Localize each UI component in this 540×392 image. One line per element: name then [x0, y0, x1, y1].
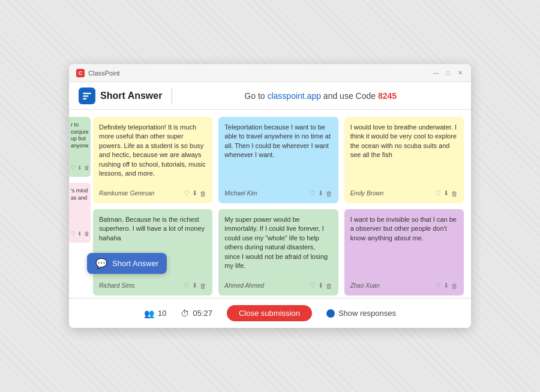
card-3: I would love to breathe underwater. I th… [344, 117, 464, 203]
card-6-download[interactable]: ⬇ [443, 282, 449, 290]
participants-icon: 👥 [144, 309, 154, 318]
header-title-section: Short Answer [79, 88, 172, 104]
participants-count: 10 [158, 309, 166, 318]
card-4-heart[interactable]: ♡ [184, 282, 190, 290]
show-responses-label: Show responses [338, 309, 396, 318]
card-1-text: Definitely teleportation! It is much mor… [99, 123, 206, 185]
card-4-author: Richard Sims [99, 282, 134, 289]
short-answer-icon [79, 88, 95, 104]
card-4-actions: ♡ ⬇ 🗑 [184, 282, 206, 290]
window-controls: — □ ✕ [433, 70, 464, 77]
card-1-download[interactable]: ⬇ [192, 189, 197, 197]
card-2-actions: ♡ ⬇ 🗑 [310, 189, 332, 197]
card-6-delete[interactable]: 🗑 [451, 282, 458, 290]
card-3-text: I would love to breathe underwater. I th… [350, 123, 458, 185]
icon-svg [82, 91, 92, 101]
card-4-delete[interactable]: 🗑 [200, 282, 206, 290]
card-3-actions: ♡ ⬇ 🗑 [435, 189, 458, 197]
card-6-heart[interactable]: ♡ [435, 282, 441, 290]
partial-card-2-download[interactable]: ⬇ [77, 231, 82, 238]
show-responses-toggle[interactable]: Show responses [326, 309, 396, 318]
timer-value: 05:27 [193, 309, 212, 318]
svg-rect-1 [83, 95, 88, 97]
card-6-text: I want to be invisible so that I can be … [350, 215, 458, 277]
title-bar: C ClassPoint — □ ✕ [69, 64, 471, 82]
card-6: I want to be invisible so that I can be … [344, 209, 464, 295]
card-5-heart[interactable]: ♡ [310, 282, 316, 290]
classpoint-link[interactable]: classpoint.app [267, 91, 321, 101]
card-4-download[interactable]: ⬇ [192, 282, 197, 290]
page-title: Short Answer [100, 91, 162, 101]
participants-stat: 👥 10 [144, 309, 166, 318]
card-5-actions: ♡ ⬇ 🗑 [310, 282, 332, 290]
partial-card-2: 's mind as and ♡ ⬇ 🗑 [69, 183, 91, 243]
instruction-mid: and use Code [321, 91, 378, 101]
card-5-author: Ahmed Ahmed [224, 282, 264, 289]
card-2-heart[interactable]: ♡ [310, 189, 316, 197]
timer-icon: ⏱ [181, 309, 189, 318]
card-1-author: Ramkumar Genesan [99, 190, 154, 197]
footer-bar: 👥 10 ⏱ 05:27 Close submission Show respo… [69, 298, 471, 328]
partial-card-1: r to conjure up but anyone ♡ ⬇ 🗑 [69, 117, 91, 177]
floating-short-answer-button[interactable]: 💬 Short Answer [87, 253, 167, 274]
app-window: C ClassPoint — □ ✕ Short Answer Go to cl… [69, 64, 471, 328]
partial-card-2-heart[interactable]: ♡ [71, 231, 76, 238]
svg-rect-2 [83, 98, 86, 99]
close-submission-button[interactable]: Close submission [227, 305, 312, 321]
card-4: Batman. Because he is the richest superh… [93, 209, 212, 295]
partial-card-1-heart[interactable]: ♡ [71, 165, 76, 172]
maximize-button[interactable]: □ [445, 70, 452, 77]
card-3-footer: Emily Brown ♡ ⬇ 🗑 [350, 189, 458, 197]
card-1-heart[interactable]: ♡ [184, 189, 190, 197]
header: Short Answer Go to classpoint.app and us… [69, 82, 471, 110]
card-5-download[interactable]: ⬇ [318, 282, 323, 290]
card-5: My super power would be immortality. If … [218, 209, 338, 295]
access-code: 8245 [378, 91, 397, 101]
close-button[interactable]: ✕ [457, 70, 464, 77]
minimize-button[interactable]: — [433, 70, 440, 77]
title-bar-left: C ClassPoint [76, 69, 120, 77]
card-6-actions: ♡ ⬇ 🗑 [435, 282, 458, 290]
toggle-indicator [326, 309, 335, 318]
partial-card-1-text: r to conjure up but anyone [71, 122, 89, 150]
card-1-footer: Ramkumar Genesan ♡ ⬇ 🗑 [99, 189, 206, 197]
floating-button-icon: 💬 [95, 258, 107, 269]
timer-stat: ⏱ 05:27 [181, 309, 212, 318]
card-5-text: My super power would be immortality. If … [224, 215, 332, 277]
card-5-delete[interactable]: 🗑 [326, 282, 332, 290]
card-2-text: Teleportation because I want to be able … [224, 123, 332, 185]
card-4-footer: Richard Sims ♡ ⬇ 🗑 [99, 282, 206, 290]
floating-button-label: Short Answer [112, 259, 158, 268]
card-2: Teleportation because I want to be able … [218, 117, 338, 203]
card-2-delete[interactable]: 🗑 [326, 190, 332, 197]
card-2-download[interactable]: ⬇ [318, 189, 323, 197]
partial-card-1-delete[interactable]: 🗑 [84, 165, 89, 172]
card-1-delete[interactable]: 🗑 [200, 190, 206, 197]
card-3-download[interactable]: ⬇ [443, 189, 449, 197]
app-name-label: ClassPoint [88, 70, 120, 77]
partial-card-2-delete[interactable]: 🗑 [84, 231, 89, 238]
partial-card-2-text: 's mind as and [71, 188, 89, 201]
app-logo: C [76, 69, 85, 77]
card-3-delete[interactable]: 🗑 [451, 190, 458, 197]
card-3-author: Emily Brown [350, 190, 384, 197]
svg-rect-0 [83, 92, 91, 94]
card-3-heart[interactable]: ♡ [435, 189, 441, 197]
partial-cards-overlay: r to conjure up but anyone ♡ ⬇ 🗑 's mind… [69, 117, 91, 243]
card-6-footer: Zhao Xuan ♡ ⬇ 🗑 [350, 282, 458, 290]
card-5-footer: Ahmed Ahmed ♡ ⬇ 🗑 [224, 282, 332, 290]
card-1: Definitely teleportation! It is much mor… [93, 117, 212, 203]
partial-card-1-download[interactable]: ⬇ [77, 165, 82, 172]
card-1-actions: ♡ ⬇ 🗑 [184, 189, 206, 197]
card-2-author: Michael Kim [224, 190, 257, 197]
instruction-prefix: Go to [244, 91, 267, 101]
header-instruction: Go to classpoint.app and use Code 8245 [179, 91, 461, 101]
card-2-footer: Michael Kim ♡ ⬇ 🗑 [224, 189, 332, 197]
card-6-author: Zhao Xuan [350, 282, 380, 289]
